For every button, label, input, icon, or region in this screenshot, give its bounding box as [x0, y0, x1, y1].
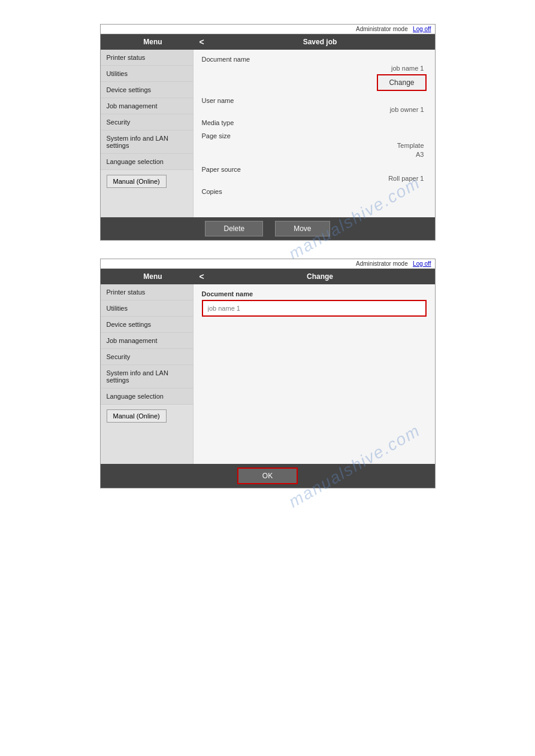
- paper-source-row: Paper source Roll paper 1: [202, 166, 427, 182]
- media-type-row: Media type: [202, 119, 427, 126]
- admin-mode-text: Administrator mode: [356, 26, 408, 32]
- media-type-label: Media type: [202, 119, 427, 126]
- sidebar2-item-utilities[interactable]: Utilities: [101, 300, 193, 317]
- panel1-header: Menu < Saved job: [101, 34, 435, 50]
- page-size-value: Template A3: [202, 141, 427, 160]
- page-size-row: Page size Template A3: [202, 132, 427, 160]
- logoff-link-2[interactable]: Log off: [413, 260, 431, 267]
- move-button[interactable]: Move: [275, 221, 330, 236]
- saved-job-panel: Administrator mode Log off Menu < Saved …: [100, 24, 436, 241]
- document-name-input[interactable]: [204, 302, 424, 314]
- panel1-content: Document name job name 1 Change User nam…: [194, 50, 435, 217]
- sidebar-2: Printer status Utilities Device settings…: [101, 284, 194, 464]
- sidebar2-item-security[interactable]: Security: [101, 349, 193, 365]
- doc-name-label: Document name: [202, 290, 427, 297]
- sidebar2-item-language[interactable]: Language selection: [101, 388, 193, 405]
- logoff-link-1[interactable]: Log off: [413, 26, 431, 32]
- menu-label-1: Menu: [107, 38, 200, 46]
- back-button-1[interactable]: <: [200, 37, 211, 47]
- sidebar2-item-job-management[interactable]: Job management: [101, 333, 193, 349]
- ok-button[interactable]: OK: [237, 467, 298, 484]
- change-panel: Administrator mode Log off Menu < Change…: [100, 259, 436, 488]
- panel2-header: Menu < Change: [101, 269, 435, 284]
- document-name-row: Document name job name 1 Change: [202, 56, 427, 91]
- delete-button[interactable]: Delete: [205, 221, 263, 236]
- sidebar2-item-system-info[interactable]: System info and LAN settings: [101, 365, 193, 388]
- user-name-label: User name: [202, 97, 427, 104]
- panel2-footer: OK: [101, 464, 435, 488]
- paper-source-label: Paper source: [202, 166, 427, 173]
- sidebar-item-utilities[interactable]: Utilities: [101, 66, 193, 82]
- panel2-body: Printer status Utilities Device settings…: [101, 284, 435, 464]
- panel1-title: Saved job: [211, 38, 429, 46]
- panel1-footer: Delete Move: [101, 217, 435, 240]
- sidebar-item-system-info[interactable]: System info and LAN settings: [101, 130, 193, 154]
- copies-label: Copies: [202, 188, 427, 195]
- user-name-row: User name job owner 1: [202, 97, 427, 113]
- sidebar-item-device-settings[interactable]: Device settings: [101, 82, 193, 98]
- sidebar-item-printer-status[interactable]: Printer status: [101, 50, 193, 66]
- admin-bar-2: Administrator mode Log off: [101, 259, 435, 269]
- menu-label-2: Menu: [107, 272, 200, 281]
- manual-online-wrapper-2: Manual (Online): [107, 409, 187, 423]
- panel2-title: Change: [211, 272, 429, 281]
- copies-row: Copies: [202, 188, 427, 195]
- change-content: Document name: [194, 284, 435, 464]
- page-size-label: Page size: [202, 132, 427, 139]
- sidebar-1: Printer status Utilities Device settings…: [101, 50, 194, 217]
- paper-source-value: Roll paper 1: [202, 175, 427, 182]
- admin-mode-text-2: Administrator mode: [356, 260, 408, 267]
- sidebar2-item-printer-status[interactable]: Printer status: [101, 284, 193, 300]
- manual-online-button-2[interactable]: Manual (Online): [107, 409, 167, 423]
- user-name-value: job owner 1: [202, 106, 427, 113]
- change-button[interactable]: Change: [377, 74, 426, 91]
- manual-online-wrapper: Manual (Online): [107, 175, 187, 188]
- sidebar-item-language[interactable]: Language selection: [101, 154, 193, 170]
- manual-online-button[interactable]: Manual (Online): [107, 175, 167, 188]
- sidebar2-item-device-settings[interactable]: Device settings: [101, 317, 193, 333]
- doc-name-input-wrapper: [202, 300, 427, 317]
- sidebar-item-job-management[interactable]: Job management: [101, 98, 193, 114]
- sidebar-item-security[interactable]: Security: [101, 114, 193, 130]
- document-name-label: Document name: [202, 56, 427, 63]
- admin-bar-1: Administrator mode Log off: [101, 25, 435, 34]
- panel1-body: Printer status Utilities Device settings…: [101, 50, 435, 217]
- document-name-value: job name 1: [202, 65, 427, 72]
- back-button-2[interactable]: <: [200, 272, 211, 281]
